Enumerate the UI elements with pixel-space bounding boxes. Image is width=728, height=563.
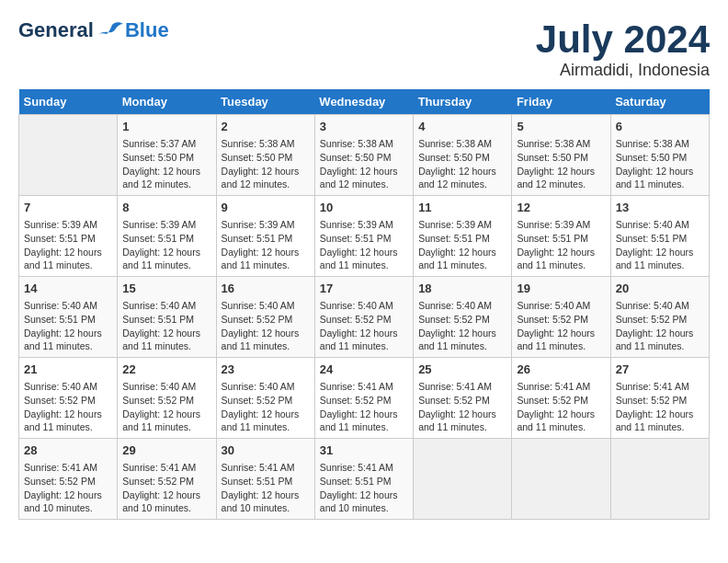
day-number: 4 — [418, 119, 506, 135]
header: General Blue July 2024 Airmadidi, Indone… — [18, 18, 710, 80]
day-number: 24 — [320, 362, 408, 378]
day-info: Sunrise: 5:39 AM Sunset: 5:51 PM Dayligh… — [418, 218, 506, 272]
calendar-cell: 26Sunrise: 5:41 AM Sunset: 5:52 PM Dayli… — [512, 358, 610, 439]
calendar-cell: 3Sunrise: 5:38 AM Sunset: 5:50 PM Daylig… — [314, 115, 413, 196]
title-section: July 2024 Airmadidi, Indonesia — [536, 18, 710, 80]
day-number: 7 — [24, 200, 112, 216]
calendar-cell: 13Sunrise: 5:40 AM Sunset: 5:51 PM Dayli… — [610, 196, 709, 277]
day-info: Sunrise: 5:38 AM Sunset: 5:50 PM Dayligh… — [517, 137, 605, 191]
calendar-cell: 9Sunrise: 5:39 AM Sunset: 5:51 PM Daylig… — [216, 196, 314, 277]
day-number: 11 — [418, 200, 506, 216]
day-info: Sunrise: 5:40 AM Sunset: 5:52 PM Dayligh… — [222, 299, 310, 353]
day-number: 28 — [24, 442, 112, 459]
calendar-cell: 12Sunrise: 5:39 AM Sunset: 5:51 PM Dayli… — [512, 196, 610, 277]
day-number: 1 — [122, 119, 210, 135]
calendar-cell — [610, 438, 709, 519]
header-day-sunday: Sunday — [19, 89, 118, 115]
day-info: Sunrise: 5:39 AM Sunset: 5:51 PM Dayligh… — [122, 218, 210, 272]
day-number: 21 — [24, 362, 112, 378]
day-number: 22 — [122, 362, 210, 378]
day-info: Sunrise: 5:41 AM Sunset: 5:52 PM Dayligh… — [122, 461, 210, 515]
calendar-cell: 24Sunrise: 5:41 AM Sunset: 5:52 PM Dayli… — [314, 358, 413, 439]
day-number: 30 — [222, 442, 310, 459]
day-number: 13 — [616, 200, 704, 216]
calendar-cell: 18Sunrise: 5:40 AM Sunset: 5:52 PM Dayli… — [414, 277, 512, 358]
header-day-tuesday: Tuesday — [216, 89, 314, 115]
main-title: July 2024 — [536, 18, 710, 61]
day-number: 20 — [616, 281, 704, 297]
logo-bird-icon — [96, 21, 123, 41]
day-number: 3 — [320, 119, 408, 135]
day-number: 6 — [616, 119, 704, 135]
day-number: 29 — [122, 442, 210, 459]
day-info: Sunrise: 5:41 AM Sunset: 5:52 PM Dayligh… — [320, 380, 408, 434]
header-row: SundayMondayTuesdayWednesdayThursdayFrid… — [19, 89, 710, 115]
calendar-cell — [19, 115, 118, 196]
logo: General Blue — [18, 18, 169, 42]
calendar-cell: 30Sunrise: 5:41 AM Sunset: 5:51 PM Dayli… — [216, 438, 314, 519]
calendar-cell: 7Sunrise: 5:39 AM Sunset: 5:51 PM Daylig… — [19, 196, 118, 277]
day-number: 8 — [122, 200, 210, 216]
calendar-cell: 1Sunrise: 5:37 AM Sunset: 5:50 PM Daylig… — [118, 115, 216, 196]
calendar-table: SundayMondayTuesdayWednesdayThursdayFrid… — [18, 89, 710, 520]
day-info: Sunrise: 5:41 AM Sunset: 5:52 PM Dayligh… — [418, 380, 506, 434]
week-row-1: 1Sunrise: 5:37 AM Sunset: 5:50 PM Daylig… — [19, 115, 710, 196]
calendar-cell: 5Sunrise: 5:38 AM Sunset: 5:50 PM Daylig… — [512, 115, 610, 196]
day-info: Sunrise: 5:40 AM Sunset: 5:52 PM Dayligh… — [122, 380, 210, 434]
calendar-cell: 6Sunrise: 5:38 AM Sunset: 5:50 PM Daylig… — [610, 115, 709, 196]
day-number: 25 — [418, 362, 506, 378]
calendar-cell: 8Sunrise: 5:39 AM Sunset: 5:51 PM Daylig… — [118, 196, 216, 277]
day-number: 10 — [320, 200, 408, 216]
calendar-cell: 16Sunrise: 5:40 AM Sunset: 5:52 PM Dayli… — [216, 277, 314, 358]
calendar-cell: 10Sunrise: 5:39 AM Sunset: 5:51 PM Dayli… — [314, 196, 413, 277]
calendar-cell: 14Sunrise: 5:40 AM Sunset: 5:51 PM Dayli… — [19, 277, 118, 358]
day-info: Sunrise: 5:39 AM Sunset: 5:51 PM Dayligh… — [320, 218, 408, 272]
calendar-cell: 29Sunrise: 5:41 AM Sunset: 5:52 PM Dayli… — [118, 438, 216, 519]
calendar-cell: 23Sunrise: 5:40 AM Sunset: 5:52 PM Dayli… — [216, 358, 314, 439]
day-number: 19 — [517, 281, 605, 297]
day-info: Sunrise: 5:41 AM Sunset: 5:51 PM Dayligh… — [320, 461, 408, 515]
day-number: 14 — [24, 281, 112, 297]
day-info: Sunrise: 5:39 AM Sunset: 5:51 PM Dayligh… — [222, 218, 310, 272]
header-day-wednesday: Wednesday — [314, 89, 413, 115]
day-number: 26 — [517, 362, 605, 378]
calendar-cell — [414, 438, 512, 519]
day-number: 31 — [320, 442, 408, 459]
day-number: 2 — [222, 119, 310, 135]
day-number: 9 — [222, 200, 310, 216]
calendar-cell: 19Sunrise: 5:40 AM Sunset: 5:52 PM Dayli… — [512, 277, 610, 358]
day-info: Sunrise: 5:40 AM Sunset: 5:52 PM Dayligh… — [616, 299, 704, 353]
header-day-thursday: Thursday — [414, 89, 512, 115]
calendar-cell: 11Sunrise: 5:39 AM Sunset: 5:51 PM Dayli… — [414, 196, 512, 277]
calendar-cell: 22Sunrise: 5:40 AM Sunset: 5:52 PM Dayli… — [118, 358, 216, 439]
day-number: 12 — [517, 200, 605, 216]
day-info: Sunrise: 5:41 AM Sunset: 5:52 PM Dayligh… — [517, 380, 605, 434]
calendar-cell: 15Sunrise: 5:40 AM Sunset: 5:51 PM Dayli… — [118, 277, 216, 358]
calendar-cell: 27Sunrise: 5:41 AM Sunset: 5:52 PM Dayli… — [610, 358, 709, 439]
calendar-cell: 25Sunrise: 5:41 AM Sunset: 5:52 PM Dayli… — [414, 358, 512, 439]
header-day-saturday: Saturday — [610, 89, 709, 115]
day-info: Sunrise: 5:37 AM Sunset: 5:50 PM Dayligh… — [122, 137, 210, 191]
day-number: 17 — [320, 281, 408, 297]
week-row-4: 21Sunrise: 5:40 AM Sunset: 5:52 PM Dayli… — [19, 358, 710, 439]
calendar-body: 1Sunrise: 5:37 AM Sunset: 5:50 PM Daylig… — [19, 115, 710, 520]
day-number: 18 — [418, 281, 506, 297]
day-number: 5 — [517, 119, 605, 135]
header-day-friday: Friday — [512, 89, 610, 115]
day-number: 16 — [222, 281, 310, 297]
calendar-cell: 31Sunrise: 5:41 AM Sunset: 5:51 PM Dayli… — [314, 438, 413, 519]
logo-general: General — [18, 18, 94, 41]
day-info: Sunrise: 5:38 AM Sunset: 5:50 PM Dayligh… — [418, 137, 506, 191]
header-day-monday: Monday — [118, 89, 216, 115]
day-info: Sunrise: 5:39 AM Sunset: 5:51 PM Dayligh… — [517, 218, 605, 272]
calendar-cell: 21Sunrise: 5:40 AM Sunset: 5:52 PM Dayli… — [19, 358, 118, 439]
week-row-3: 14Sunrise: 5:40 AM Sunset: 5:51 PM Dayli… — [19, 277, 710, 358]
day-info: Sunrise: 5:40 AM Sunset: 5:52 PM Dayligh… — [517, 299, 605, 353]
day-info: Sunrise: 5:40 AM Sunset: 5:51 PM Dayligh… — [24, 299, 112, 353]
day-info: Sunrise: 5:40 AM Sunset: 5:51 PM Dayligh… — [616, 218, 704, 272]
day-info: Sunrise: 5:41 AM Sunset: 5:52 PM Dayligh… — [616, 380, 704, 434]
day-number: 27 — [616, 362, 704, 378]
day-info: Sunrise: 5:41 AM Sunset: 5:52 PM Dayligh… — [24, 461, 112, 515]
day-info: Sunrise: 5:39 AM Sunset: 5:51 PM Dayligh… — [24, 218, 112, 272]
subtitle: Airmadidi, Indonesia — [536, 61, 710, 80]
